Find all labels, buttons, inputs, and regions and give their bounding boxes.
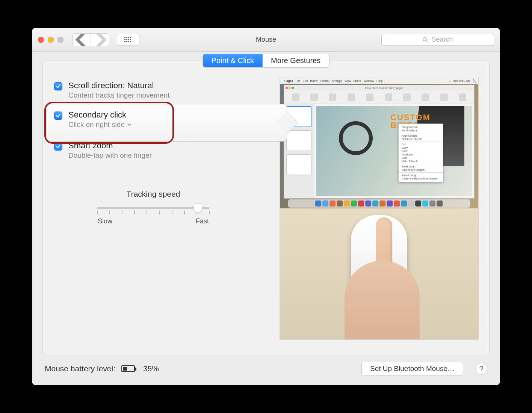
- grid-icon: [124, 37, 132, 42]
- preview-app-toolbar: [284, 90, 474, 104]
- preview-context-menu: Bring to Front Send to Back Align Object…: [398, 124, 443, 182]
- preview-menubar: Pages File Edit Insert Format Arrange Vi…: [280, 77, 478, 84]
- preview-clock: Mon 8:19 AM: [453, 79, 470, 83]
- option-title: Smart zoom: [68, 141, 152, 151]
- zoom-button[interactable]: [57, 37, 63, 43]
- spotlight-icon: 🔍: [472, 79, 476, 83]
- option-subtitle: Content tracks finger movement: [68, 91, 169, 99]
- show-all-button[interactable]: [117, 34, 139, 46]
- setup-bluetooth-button[interactable]: Set Up Bluetooth Mouse…: [361, 362, 463, 375]
- titlebar: Mouse Search: [32, 28, 500, 52]
- wifi-icon: ⏚: [449, 79, 451, 83]
- option-secondary-click: Secondary click Click on right side: [52, 106, 272, 133]
- slider-thumb[interactable]: [194, 203, 202, 213]
- option-title: Secondary click: [68, 110, 131, 120]
- preview-app-name: Pages: [284, 79, 293, 83]
- tracking-speed-slider[interactable]: [97, 202, 210, 215]
- traffic-lights: [38, 37, 63, 43]
- footer-bar: Mouse battery level: 35% Set Up Bluetoot…: [42, 355, 490, 377]
- check-icon: [56, 84, 61, 89]
- battery-fill: [123, 367, 127, 371]
- options-column: Scroll direction: Natural Content tracks…: [43, 77, 272, 347]
- svg-line-1: [426, 41, 428, 42]
- minimize-button[interactable]: [48, 37, 54, 43]
- checkbox-secondary-click[interactable]: [54, 112, 62, 120]
- battery-label: Mouse battery level:: [45, 364, 115, 373]
- preview-doc-title: Easy Rides Custom Bikes.pages: [365, 87, 404, 89]
- check-icon: [56, 144, 61, 149]
- checkbox-smart-zoom[interactable]: [54, 142, 62, 151]
- hand-illustration: [345, 261, 420, 339]
- slider-ticks: [97, 211, 210, 214]
- slider-slow-label: Slow: [98, 217, 112, 225]
- chevron-left-icon: [73, 33, 91, 46]
- option-secondary-click-highlight: Secondary click Click on right side: [45, 106, 272, 133]
- settings-pane: Point & Click More Gestures Scroll direc…: [42, 60, 490, 355]
- tab-more-gestures[interactable]: More Gestures: [263, 54, 329, 67]
- preferences-window: Mouse Search Point & Click More Gestures: [32, 28, 500, 385]
- option-subtitle: Double-tap with one finger: [68, 151, 152, 160]
- nav-back-forward: [73, 33, 109, 46]
- search-placeholder: Search: [431, 36, 453, 44]
- back-button[interactable]: [73, 34, 91, 46]
- tab-point-click[interactable]: Point & Click: [203, 54, 263, 67]
- preview-column: Pages File Edit Insert Format Arrange Vi…: [280, 77, 479, 347]
- preview-canvas: CUSTOM BIKES Bring to Front Send to Back…: [316, 106, 472, 196]
- check-icon: [56, 113, 61, 118]
- preview-hand: [280, 208, 478, 339]
- option-scroll-direction: Scroll direction: Natural Content tracks…: [52, 77, 272, 103]
- forward-button[interactable]: [91, 34, 109, 46]
- help-button[interactable]: ?: [475, 363, 487, 375]
- search-input[interactable]: Search: [381, 34, 494, 46]
- slider-track-line: [97, 207, 210, 209]
- content-area: Point & Click More Gestures Scroll direc…: [32, 52, 500, 385]
- secondary-click-mode-dropdown[interactable]: Click on right side: [68, 121, 131, 129]
- close-button[interactable]: [38, 37, 44, 43]
- checkbox-scroll-direction[interactable]: [54, 82, 62, 90]
- preview-dock: [288, 199, 470, 208]
- pane-body: Scroll direction: Natural Content tracks…: [43, 72, 489, 355]
- window-title: Mouse: [256, 36, 276, 44]
- slider-fast-label: Fast: [196, 217, 209, 225]
- tracking-speed-group: Tracking speed Slow Fast: [97, 190, 210, 225]
- preview-app-window: Easy Rides Custom Bikes.pages: [284, 85, 475, 199]
- tracking-speed-label: Tracking speed: [97, 190, 210, 199]
- tab-group: Point & Click More Gestures: [203, 54, 329, 68]
- battery-icon: [121, 365, 135, 372]
- preview-screen: Pages File Edit Insert Format Arrange Vi…: [280, 77, 478, 208]
- search-icon: [422, 37, 428, 43]
- gesture-preview: Pages File Edit Insert Format Arrange Vi…: [280, 77, 479, 340]
- option-title: Scroll direction: Natural: [68, 81, 169, 90]
- chevron-right-icon: [91, 33, 109, 46]
- battery-percent: 35%: [143, 364, 159, 373]
- chevron-down-icon: [127, 121, 131, 129]
